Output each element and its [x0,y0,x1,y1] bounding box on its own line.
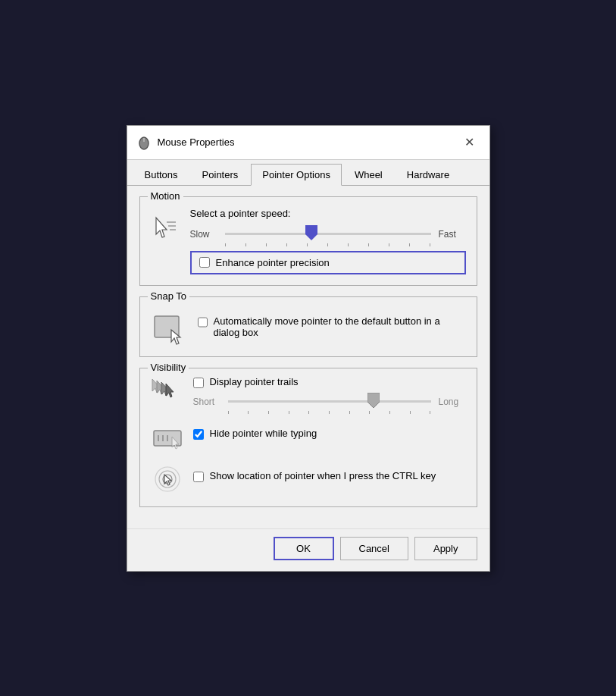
title-bar-left: Mouse Properties [136,135,235,150]
trails-slider-row: Short [193,393,466,411]
trails-slider-thumb[interactable] [367,393,380,408]
motion-icon [151,214,181,244]
tab-pointers[interactable]: Pointers [191,164,250,186]
dialog-title: Mouse Properties [158,136,235,148]
auto-snap-checkbox[interactable] [198,317,208,328]
trails-icon [151,376,184,409]
snap-to-group: Snap To Automatically move pointer to th… [139,296,477,357]
tick [389,243,389,246]
speed-slider-row: Slow [190,225,466,243]
visibility-group-label: Visibility [148,362,189,373]
motion-group: Motion Select a pointer speed: [139,196,477,286]
snap-cursor-icon [152,309,188,345]
tab-buttons[interactable]: Buttons [133,164,189,186]
enhance-precision-label[interactable]: Enhance pointer precision [190,251,466,274]
snap-icon [151,308,189,346]
tick [430,243,430,246]
cancel-button[interactable]: Cancel [340,537,408,560]
snap-to-group-label: Snap To [148,290,189,302]
tick [369,411,370,414]
motion-controls: Select a pointer speed: Slow [190,208,466,274]
show-location-icon [151,462,184,496]
speed-slider-thumb[interactable] [305,225,317,240]
tick [286,243,287,246]
hide-typing-checkbox[interactable] [193,429,204,440]
speed-slider-track [225,225,431,243]
show-location-item: Show location of pointer when I press th… [151,462,466,496]
tick [430,411,430,414]
tick [409,243,410,246]
fast-label: Fast [439,229,466,240]
tick [389,411,390,414]
hide-pointer-icon [151,420,184,453]
tick [307,243,308,246]
hide-typing-label[interactable]: Hide pointer while typing [193,428,317,440]
speed-label: Select a pointer speed: [190,208,466,219]
trails-text: Display pointer trails [210,376,299,387]
motion-group-label: Motion [148,190,183,202]
tab-wheel[interactable]: Wheel [343,164,394,186]
speed-slider-line [225,233,431,235]
short-label: Short [193,397,220,407]
tab-content: Motion Select a pointer speed: [127,186,489,528]
pointer-speed-icon [152,215,180,243]
enhance-precision-checkbox[interactable] [199,257,210,268]
tab-hardware[interactable]: Hardware [396,164,461,186]
apply-button[interactable]: Apply [414,537,477,560]
trails-slider-ticks [228,411,431,414]
auto-snap-text: Automatically move pointer to the defaul… [214,315,466,338]
tick [348,243,349,246]
trails-slider-line [228,400,431,403]
tick [368,243,369,246]
dialog-window: Mouse Properties ✕ Buttons Pointers Poin… [127,125,490,572]
pointer-trails-icon [151,376,184,409]
tick [329,411,330,414]
enhance-precision-text: Enhance pointer precision [216,257,330,268]
pointer-location-icon [151,462,184,496]
tick [268,411,269,414]
trails-slider-track [228,393,431,411]
hide-typing-text: Hide pointer while typing [210,428,317,439]
tick [228,411,229,414]
svg-marker-13 [367,393,380,408]
tick [327,243,328,246]
trails-label[interactable]: Display pointer trails [193,376,466,388]
tab-bar: Buttons Pointers Pointer Options Wheel H… [127,160,489,186]
tick [225,243,226,246]
tick [245,243,246,246]
title-bar: Mouse Properties ✕ [127,126,489,160]
speed-slider-ticks [225,243,431,246]
svg-marker-6 [305,225,317,240]
ok-button[interactable]: OK [274,537,334,560]
trails-controls: Display pointer trails Short [193,376,466,411]
tick [248,411,249,414]
tick [308,411,309,414]
hide-typing-item: Hide pointer while typing [151,420,466,453]
hide-typing-icon [151,420,184,453]
tick [349,411,350,414]
auto-snap-label[interactable]: Automatically move pointer to the defaul… [198,315,466,338]
svg-marker-2 [156,218,167,237]
button-row: OK Cancel Apply [127,528,489,571]
trails-item: Display pointer trails Short [151,376,466,411]
show-location-text: Show location of pointer when I press th… [210,470,436,481]
tick [410,411,411,414]
tick [266,243,267,246]
trails-checkbox[interactable] [193,378,204,388]
long-label: Long [439,397,466,407]
slow-label: Slow [190,229,217,240]
mouse-icon [136,135,152,150]
visibility-group: Visibility Display pointer trails [139,368,477,507]
close-button[interactable]: ✕ [459,132,480,153]
show-location-label[interactable]: Show location of pointer when I press th… [193,470,436,482]
tab-pointer-options[interactable]: Pointer Options [251,164,342,186]
show-location-checkbox[interactable] [193,472,204,482]
tick [289,411,289,414]
